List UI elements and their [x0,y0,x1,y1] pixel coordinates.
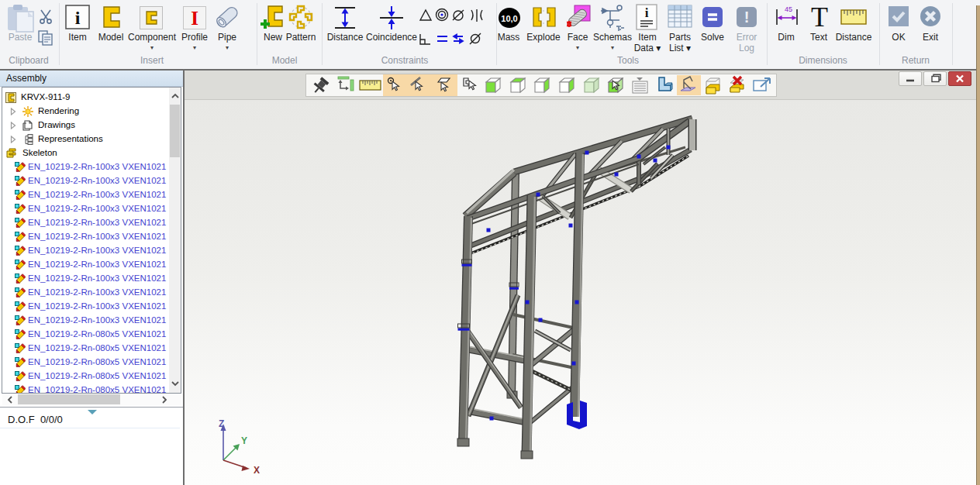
svg-text:45: 45 [785,5,792,13]
svg-text:i: i [75,8,81,28]
svg-text:10,0: 10,0 [501,14,517,23]
svg-text:!: ! [744,9,750,26]
svg-text:Z: Z [219,418,224,429]
svg-text:Y: Y [241,435,247,446]
svg-text:X: X [254,465,260,476]
svg-text:I: I [191,8,198,29]
svg-text:i: i [645,5,649,20]
svg-text:T: T [811,5,828,29]
